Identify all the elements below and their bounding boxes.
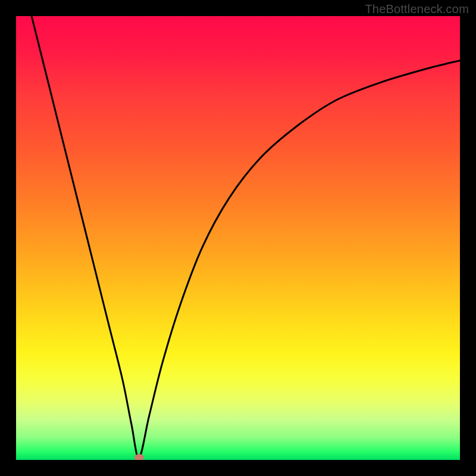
chart-plot-area (16, 16, 460, 460)
minimum-marker (134, 454, 144, 460)
bottleneck-curve-path (32, 16, 460, 458)
bottleneck-curve-svg (16, 16, 460, 460)
attribution-text: TheBottleneck.com (365, 2, 469, 16)
